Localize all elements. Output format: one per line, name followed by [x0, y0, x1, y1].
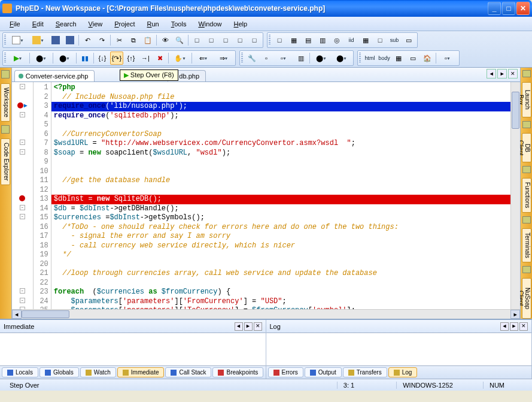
gutter-marker[interactable] — [12, 166, 33, 176]
pane-tab-log[interactable]: Log — [388, 367, 418, 377]
menu-search[interactable]: Search — [51, 19, 81, 29]
gutter-marker[interactable]: - — [12, 286, 33, 296]
tool-e[interactable]: ⬤▼ — [312, 52, 331, 65]
copy-button[interactable]: ⧉ — [127, 34, 140, 47]
gutter-marker[interactable] — [12, 231, 33, 240]
vertical-scrollbar[interactable] — [510, 82, 520, 309]
tag-f[interactable]: ▫▼ — [438, 52, 457, 65]
save-all-button[interactable] — [63, 34, 77, 47]
menu-edit[interactable]: Edit — [28, 19, 48, 29]
code-line[interactable] — [51, 279, 510, 288]
gutter-marker[interactable] — [12, 156, 33, 166]
html-tag-button[interactable]: html — [363, 52, 376, 65]
toggle-f[interactable]: iid — [345, 34, 358, 47]
code-line[interactable]: /*ToDo - one should really check for err… — [51, 223, 510, 232]
nav-fwd-button[interactable]: ⇒▼ — [214, 52, 233, 65]
tab-prev-button[interactable]: ◄ — [487, 69, 496, 78]
gutter-marker[interactable]: - — [12, 147, 33, 157]
tb-icon-b[interactable]: □ — [205, 34, 218, 47]
nav-back-button[interactable]: ⇐▼ — [194, 52, 213, 65]
file-tab[interactable]: Conveter-service.php — [14, 70, 95, 81]
menu-window[interactable]: Window — [193, 19, 226, 29]
fold-icon[interactable]: - — [20, 205, 25, 210]
code-line[interactable]: <?php — [51, 83, 510, 93]
tag-e[interactable]: 🏠 — [421, 52, 434, 65]
dock-tab-terminals[interactable]: Terminals — [522, 228, 531, 262]
code-line[interactable]: //CurrencyConvertorSoap — [51, 130, 510, 140]
menu-run[interactable]: Run — [142, 19, 164, 29]
step-into-button[interactable]: {↓} — [96, 52, 109, 65]
gutter-marker[interactable]: - — [12, 296, 33, 306]
open-button[interactable]: ▼ — [29, 34, 48, 47]
code-line[interactable] — [51, 186, 510, 195]
gutter-marker[interactable]: - — [12, 82, 33, 92]
menu-help[interactable]: Help — [229, 19, 253, 29]
tag-d[interactable]: ▭ — [406, 52, 419, 65]
gutter-marker[interactable] — [12, 175, 33, 185]
gutter-marker[interactable]: - — [12, 138, 33, 147]
toggle-e[interactable]: ◎ — [330, 34, 343, 47]
tool-f[interactable]: ⬤▼ — [332, 52, 351, 65]
horizontal-scrollbar[interactable]: ◄► — [12, 309, 520, 319]
tag-c[interactable]: ▦ — [392, 52, 405, 65]
code-line[interactable]: require_once('sqlitedb.php'); — [51, 111, 510, 121]
tb-icon-c[interactable]: □ — [219, 34, 232, 47]
tool-a[interactable]: 🔧 — [245, 52, 259, 65]
dock-tab-db-client[interactable]: DB Client — [522, 133, 531, 163]
code-line[interactable]: $dbInst = new SqliteDB(); — [51, 195, 510, 204]
pane-tab-breakpoints[interactable]: Breakpoints — [212, 367, 263, 377]
code-line[interactable] — [51, 167, 510, 177]
fold-icon[interactable]: - — [20, 149, 25, 155]
toggle-b[interactable]: ▦ — [287, 34, 300, 47]
toggle-d[interactable]: ▥ — [316, 34, 329, 47]
gutter-marker[interactable] — [12, 92, 33, 101]
pane-prev-button[interactable]: ◄ — [235, 322, 243, 331]
gutter-marker[interactable] — [12, 249, 33, 259]
pane-tab-transfers[interactable]: Transfers — [343, 367, 387, 377]
gutter-marker[interactable] — [12, 119, 33, 129]
pane-next-button[interactable]: ► — [244, 322, 253, 331]
paste-button[interactable]: 📋 — [141, 34, 154, 47]
gutter-marker[interactable] — [12, 277, 33, 287]
gutter-marker[interactable] — [12, 129, 33, 138]
step-out-button[interactable]: {↑} — [124, 52, 138, 65]
menu-view[interactable]: View — [84, 19, 108, 29]
tb-icon-a[interactable]: □ — [190, 34, 203, 47]
gutter-marker[interactable]: ▶ — [12, 101, 33, 110]
code-line[interactable]: $currencies =$dbInst->getSymbols(); — [51, 213, 510, 223]
pane-prev-button[interactable]: ◄ — [500, 322, 509, 331]
tab-next-button[interactable]: ► — [497, 69, 507, 78]
tab-close-button[interactable]: ✕ — [508, 69, 518, 78]
code-line[interactable]: - call currency web service directly, wh… — [51, 241, 510, 251]
gutter-marker[interactable] — [12, 185, 33, 194]
gutter-marker[interactable]: - — [12, 305, 33, 309]
pane-tab-globals[interactable]: Globals — [39, 367, 79, 377]
toggle-j[interactable]: ▭ — [402, 34, 415, 47]
code-line[interactable]: $parameters['parameters']['FromCurrency'… — [51, 297, 510, 307]
toggle-g[interactable]: ▦ — [359, 34, 372, 47]
pane-tab-watch[interactable]: Watch — [80, 367, 116, 377]
pane-next-button[interactable]: ► — [510, 322, 518, 331]
gutter-marker[interactable] — [12, 268, 33, 277]
pane-tab-immediate[interactable]: Immediate — [117, 367, 165, 377]
close-button[interactable]: ✕ — [516, 2, 530, 15]
code-line[interactable]: //get the database handle — [51, 176, 510, 186]
pane-tab-output[interactable]: Output — [305, 367, 342, 377]
run-button[interactable]: ▶▼ — [8, 52, 28, 65]
pane-tab-errors[interactable]: Errors — [268, 367, 303, 377]
code-line[interactable]: $db = $dbInst->getDBHandle(); — [51, 204, 510, 214]
toggle-h[interactable]: □ — [373, 34, 387, 47]
fold-icon[interactable]: - — [20, 307, 25, 309]
pane-close-button[interactable]: ✕ — [254, 322, 262, 331]
profile-button[interactable]: ⬤▼ — [55, 52, 74, 65]
fold-icon[interactable]: - — [20, 288, 25, 294]
fold-icon[interactable]: - — [20, 214, 25, 219]
undo-button[interactable]: ↶ — [81, 34, 94, 47]
pause-button[interactable]: ▮▮ — [78, 52, 92, 65]
gutter-marker[interactable] — [12, 240, 33, 250]
code-line[interactable]: foreach ($currencies as $fromCurrency) { — [51, 288, 510, 297]
fold-icon[interactable]: - — [20, 298, 25, 303]
code-line[interactable] — [51, 120, 510, 130]
code-line[interactable]: - signal the error and say I am sorry — [51, 232, 510, 241]
breakpoint-button[interactable]: ✋▼ — [171, 52, 190, 65]
